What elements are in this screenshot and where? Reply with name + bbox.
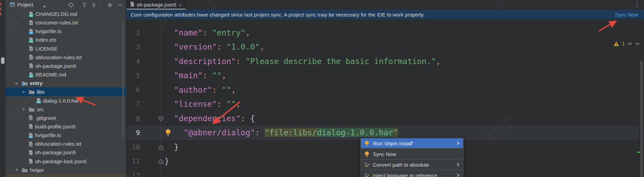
svg-text:TS: TS [30,32,32,34]
menu-item-label: Convert path to absolute [373,162,453,168]
line-number: 12 [126,169,140,177]
tree-item-hvigorfile-ts[interactable]: TShvigorfile.ts [6,27,126,35]
svg-text:MD: MD [30,14,33,17]
json5-icon [29,158,33,164]
intention-icon [364,173,370,177]
menu-item-run-ohpm-install-[interactable]: Run 'ohpm install' [361,138,463,148]
txt-icon [29,54,33,60]
tree-item-label: obfuscation-rules.txt [35,141,81,147]
tree-item--gitignore[interactable]: .gitignore [6,114,126,122]
code-line-3: "version": "1.0.0", [164,40,265,54]
txt-icon [29,141,33,147]
tree-item-license[interactable]: LICENSE [6,44,126,53]
tree-item-label: libs [37,89,45,95]
tree-item-oh-package-lock-json5[interactable]: oh-package-lock.json5 [6,157,126,166]
divider [100,2,100,7]
tree-item-oh-package-json5[interactable]: oh-package.json5 [6,148,126,157]
chevron-down-icon[interactable] [14,81,19,85]
tree-scrollbar[interactable] [122,23,124,137]
chevron-right-icon[interactable] [14,168,19,172]
md-icon: MD [29,72,33,77]
expand-all-icon[interactable] [81,2,87,8]
sync-now-link[interactable]: Sync Now [615,12,638,18]
folder-module-icon [22,81,28,86]
menu-item-sync-now[interactable]: Sync Now [361,149,463,159]
json5-icon [29,124,33,129]
chevron-right-icon[interactable] [21,107,26,111]
tree-item-dialog-1-0-0-har[interactable]: HARdialog-1.0.0.har [6,96,126,105]
code-line-5: "main": "", [164,69,226,83]
fold-open-icon[interactable] [158,116,164,123]
warning-icon [613,41,619,46]
tree-item-changelog-md[interactable]: MDCHANGELOG.md [6,10,126,18]
project-panel-title[interactable]: Project [17,2,33,8]
tree-item-obfuscation-rules-txt[interactable]: obfuscation-rules.txt [6,139,126,148]
project-tree: MDCHANGELOG.mdconsumer-rules.txtTShvigor… [6,10,126,177]
tree-item-label: src [37,106,44,112]
menu-item-label: Inject language or reference [373,173,453,177]
tree-item-libs[interactable]: libs [6,87,126,96]
tree-item-readme-md[interactable]: MDREADME.md [6,70,126,79]
fold-close-icon[interactable] [158,159,164,166]
close-icon[interactable]: × [179,2,182,8]
banner-message: Core configuration attributes have chang… [131,12,425,18]
svg-text:TS: TS [30,136,32,138]
menu-separator [361,148,463,149]
tree-item-label: obfuscation-rules.txt [35,54,82,60]
strip-mark [0,3,1,6]
tree-item-oh-package-json5[interactable]: oh-package.json5 [6,62,126,70]
menu-item-label: Run 'ohpm install' [373,140,453,146]
folder-icon [29,107,35,112]
tree-item-label: consumer-rules.txt [35,20,78,25]
hide-panel-icon[interactable] [117,2,123,8]
code-line-11: } [164,154,169,168]
svg-text:ETS: ETS [30,41,33,43]
tree-item-build-profile-json5[interactable]: build-profile.json5 [6,122,126,131]
json5-icon [29,63,33,69]
strip-mark [0,12,1,15]
tree-item-index-ets[interactable]: ETSIndex.ets [6,35,126,44]
next-warning-icon[interactable] [635,42,640,45]
tree-item-hvigor[interactable]: hvigor [6,166,126,174]
editor-scrollbar[interactable] [640,61,643,177]
chevron-down-icon[interactable] [43,3,46,10]
tree-item-label: oh_modules [30,176,58,177]
line-number: 11 [126,154,140,168]
line-number: 5 [126,69,140,83]
tree-item-label: hvigorfile.ts [35,132,61,138]
prev-warning-icon[interactable] [627,42,632,45]
tab-oh-package-json5[interactable]: oh-package.json5 × [127,0,186,10]
tree-item-oh-modules[interactable]: oh_modules [6,174,126,177]
tab-options-icon[interactable]: ⋮ [634,1,640,8]
tree-item-label: oh-package.json5 [35,63,76,69]
bulb-icon [364,140,370,146]
menu-item-convert-path-to-absolute[interactable]: Convert path to absolute [361,160,463,169]
tree-item-src[interactable]: src [6,105,126,114]
intention-context-menu: Run 'ohpm install'Sync NowConvert path t… [361,138,463,177]
folder-icon [29,89,35,94]
sync-notification-banner: Core configuration attributes have chang… [126,10,644,19]
svg-text:HAR: HAR [37,101,41,103]
chevron-down-icon[interactable] [21,90,26,94]
editor-tab-bar: oh-package.json5 × ⋮ [126,0,644,10]
settings-icon[interactable] [107,2,113,8]
line-number: 8 [126,112,140,126]
tree-item-consumer-rules-txt[interactable]: consumer-rules.txt [6,18,126,27]
md-icon: MD [29,11,33,17]
tree-item-label: Index.ets [35,37,56,43]
git-icon [29,115,33,121]
project-panel: Project MDCHANGELOG.mdconsumer-rules.txt… [6,0,126,177]
code-line-2: "name": "entry", [164,26,250,40]
indent-guide [164,19,165,26]
json5-file-icon [130,1,135,8]
tree-item-hvigorfile-ts[interactable]: TShvigorfile.ts [6,131,126,139]
tree-item-obfuscation-rules-txt[interactable]: obfuscation-rules.txt [6,53,126,62]
fold-close-icon[interactable] [158,145,164,152]
tree-item-entry[interactable]: entry [6,79,126,87]
locate-icon[interactable] [68,2,74,8]
line-number: 3 [126,40,140,54]
collapse-all-icon[interactable] [90,2,97,8]
menu-item-inject-language-or-reference[interactable]: Inject language or reference [361,170,463,177]
tool-window-icon[interactable] [1,58,4,64]
folder-icon [22,167,28,173]
